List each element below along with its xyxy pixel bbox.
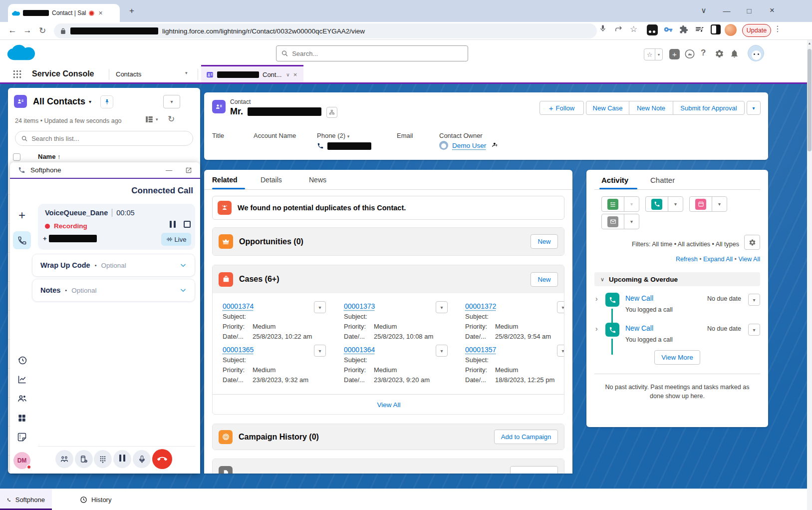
chevron-down-icon[interactable]: [180, 287, 187, 294]
softphone-minimize-icon[interactable]: —: [166, 166, 172, 174]
email-caret-icon[interactable]: ▾: [624, 214, 639, 229]
global-search[interactable]: [276, 45, 468, 61]
chrome-update-button[interactable]: Update: [742, 24, 771, 37]
activity-item-title[interactable]: New Call: [625, 324, 653, 332]
add-to-campaign-button[interactable]: Add to Campaign: [494, 430, 558, 444]
softphone-nav-metrics-icon[interactable]: [16, 373, 28, 385]
trailhead-help-icon[interactable]: [684, 48, 695, 59]
pause-recording-icon[interactable]: [170, 221, 176, 230]
softphone-nav-history-icon[interactable]: [16, 354, 28, 366]
cases-view-all-link[interactable]: View All: [377, 401, 400, 409]
favorites-caret-icon[interactable]: ▾: [655, 49, 662, 60]
case-row-dropdown[interactable]: ▾: [436, 345, 448, 357]
wrapup-code-section[interactable]: Wrap Up Code • Optional: [32, 254, 195, 277]
record-tab-caret-icon[interactable]: ∨: [286, 72, 289, 77]
bookmark-star-icon[interactable]: ☆: [630, 24, 637, 34]
call-caret-icon[interactable]: ▾: [668, 197, 683, 211]
case-row-dropdown[interactable]: ▾: [436, 301, 448, 313]
profile-avatar[interactable]: [725, 24, 737, 36]
follow-button[interactable]: + Follow: [540, 101, 584, 115]
name-column-header[interactable]: Name ↑: [38, 153, 61, 160]
display-as-icon[interactable]: [145, 115, 154, 124]
end-call-button[interactable]: [152, 449, 172, 469]
campaign-title[interactable]: Campaign History (0): [239, 433, 319, 442]
activity-item-title[interactable]: New Call: [625, 294, 653, 302]
dialpad-button[interactable]: [94, 450, 112, 468]
case-link[interactable]: 00001372: [465, 302, 564, 310]
tab-details[interactable]: Details: [261, 176, 282, 184]
new-opportunity-button[interactable]: New: [531, 234, 558, 249]
case-link[interactable]: 00001357: [465, 346, 564, 354]
opportunities-title[interactable]: Opportunities (0): [239, 237, 303, 246]
live-transcription-badge[interactable]: Live: [161, 233, 191, 246]
tab-activity[interactable]: Activity: [601, 176, 628, 184]
window-maximize-button[interactable]: □: [740, 2, 758, 19]
cases-title[interactable]: Cases (6+): [239, 275, 279, 284]
new-event-split-button[interactable]: ▾: [689, 196, 727, 212]
mute-mic-button[interactable]: [133, 450, 151, 468]
display-as-caret-icon[interactable]: ▾: [156, 117, 158, 122]
partial-section-button[interactable]: [510, 466, 558, 474]
app-launcher-waffle-icon[interactable]: [12, 69, 22, 79]
tab-chatter[interactable]: Chatter: [650, 176, 675, 184]
expand-all-link[interactable]: Expand All: [703, 256, 733, 263]
list-actions-dropdown[interactable]: ▾: [163, 95, 180, 108]
back-button[interactable]: ←: [5, 23, 20, 38]
new-tab-button[interactable]: +: [126, 5, 138, 17]
extension-bw-icon[interactable]: [647, 24, 658, 35]
browser-tab[interactable]: Contact | Sal ×: [8, 4, 120, 22]
utility-softphone-tab[interactable]: Softphone: [0, 489, 52, 510]
event-caret-icon[interactable]: ▾: [712, 197, 727, 211]
case-row-dropdown[interactable]: ▾: [314, 345, 326, 357]
window-close-button[interactable]: ×: [763, 2, 781, 19]
hold-call-button[interactable]: [113, 450, 131, 468]
upcoming-overdue-header[interactable]: ∨ Upcoming & Overdue: [594, 272, 760, 286]
change-owner-icon[interactable]: [492, 141, 499, 148]
softphone-nav-apps-icon[interactable]: [16, 412, 28, 424]
mic-icon[interactable]: [599, 24, 607, 32]
extension-playlist-icon[interactable]: [695, 25, 704, 34]
email-split-button[interactable]: ▾: [601, 214, 639, 229]
share-icon[interactable]: [614, 24, 623, 33]
url-bar[interactable]: lightning.force.com/lightning/r/Contact/…: [54, 23, 597, 38]
view-more-button[interactable]: View More: [654, 350, 700, 365]
quick-create-plus-icon[interactable]: +: [669, 49, 680, 59]
transfer-call-button[interactable]: [55, 450, 73, 468]
list-view-title[interactable]: All Contacts: [33, 96, 85, 107]
list-search-box[interactable]: [15, 131, 193, 146]
extension-key-icon[interactable]: [664, 25, 673, 34]
tab-news[interactable]: News: [309, 176, 326, 184]
favorites-split-button[interactable]: ☆ ▾: [644, 48, 663, 60]
owner-link[interactable]: Demo User: [452, 142, 486, 149]
case-row-dropdown[interactable]: ▾: [557, 301, 564, 313]
record-tab-contact[interactable]: Cont... ∨ ×: [201, 65, 303, 82]
user-avatar[interactable]: [748, 45, 764, 61]
log-call-split-button[interactable]: ▾: [645, 196, 683, 212]
new-case-button[interactable]: New Case: [586, 101, 629, 114]
extension-sidepanel-icon[interactable]: [711, 24, 721, 34]
view-hierarchy-button[interactable]: [326, 107, 337, 118]
tab-related[interactable]: Related: [212, 176, 238, 184]
activity-item-dropdown[interactable]: ▾: [748, 324, 760, 336]
new-case-list-button[interactable]: New: [531, 272, 558, 287]
stop-recording-icon[interactable]: [184, 221, 191, 228]
browser-menu-kebab-icon[interactable]: ⋮: [774, 24, 782, 33]
extensions-puzzle-icon[interactable]: [679, 25, 688, 34]
activity-item-dropdown[interactable]: ▾: [748, 294, 760, 306]
phone-icon[interactable]: [317, 142, 324, 149]
help-icon[interactable]: ?: [701, 48, 706, 58]
refresh-link[interactable]: Refresh: [676, 256, 698, 263]
new-task-split-button[interactable]: ▾: [601, 196, 639, 212]
task-caret-icon[interactable]: ▾: [624, 197, 639, 211]
window-chevron-button[interactable]: ∨: [695, 2, 713, 19]
softphone-nav-phone-active[interactable]: [13, 231, 31, 249]
list-refresh-icon[interactable]: ↻: [168, 114, 175, 124]
global-search-input[interactable]: [292, 50, 463, 57]
setup-gear-icon[interactable]: [715, 49, 724, 58]
pin-list-button[interactable]: [100, 95, 113, 108]
reload-button[interactable]: ↻: [35, 23, 50, 38]
softphone-new-call-plus-icon[interactable]: +: [15, 208, 29, 222]
new-note-button[interactable]: New Note: [629, 101, 673, 114]
window-minimize-button[interactable]: —: [718, 2, 736, 19]
more-actions-dropdown[interactable]: ▾: [747, 101, 761, 115]
